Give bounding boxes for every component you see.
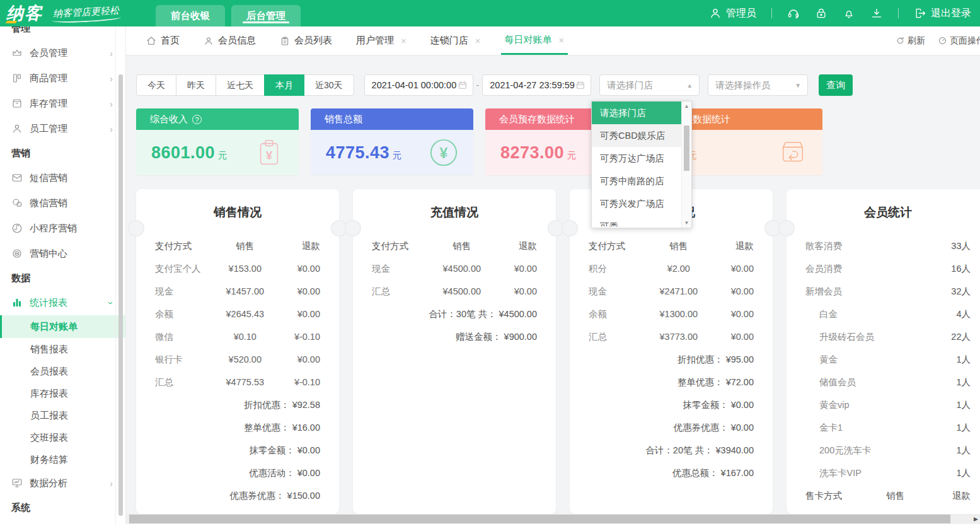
lock-icon[interactable] <box>815 7 827 20</box>
tab-user-mgmt[interactable]: 用户管理× <box>352 26 410 55</box>
sidebar-item-marketing-center[interactable]: 营销中心 <box>0 241 125 266</box>
sidebar-item-stock-report[interactable]: 库存报表 <box>0 382 125 404</box>
summary-row: 抹零金额： ¥0.00 <box>570 393 773 416</box>
card-value: 8273.00元 <box>500 143 577 163</box>
dropdown-scrollbar-thumb[interactable] <box>684 125 689 171</box>
dropdown-option-store2[interactable]: 可秀万达广场店 <box>592 147 681 170</box>
sidebar-scrollbar-track[interactable] <box>115 26 125 524</box>
card-sales-total: 销售总额 4775.43元 ¥ <box>311 108 473 175</box>
date-to-value: 2021-04-27 23:59:59 <box>490 80 575 90</box>
topbar: 纳客 纳客管店更轻松 前台收银 后台管理 管理员 退出登录 <box>0 0 980 26</box>
dropdown-option-store1[interactable]: 可秀CBD娱乐店 <box>592 124 681 147</box>
tab-member-list[interactable]: 会员列表 <box>276 26 336 55</box>
table-row: 汇总¥3773.00¥0.00 <box>570 325 773 348</box>
tab-daily-statement[interactable]: 每日对账单× <box>501 26 568 55</box>
summary-row: 整单优惠： ¥72.00 <box>570 371 773 393</box>
tab-label: 会员信息 <box>218 35 256 47</box>
summary-row: 折扣优惠： ¥95.00 <box>570 348 773 371</box>
sidebar-item-staff-report[interactable]: 员工报表 <box>0 404 125 426</box>
download-icon[interactable] <box>870 7 883 20</box>
summary-row: 优惠券优惠： ¥0.00 <box>570 416 773 439</box>
sidebar-section-marketing: 营销 <box>0 141 125 165</box>
card-title: 综合收入 <box>150 114 188 125</box>
close-icon[interactable]: × <box>401 35 406 46</box>
close-icon[interactable]: × <box>559 35 565 45</box>
clipboard-icon <box>280 36 290 46</box>
operator-select[interactable]: 请选择操作员 ▼ <box>708 74 808 96</box>
logout-icon <box>914 7 926 20</box>
sidebar-section-top: 管理 <box>0 26 125 40</box>
divider <box>771 8 772 18</box>
dropdown-scrollbar[interactable]: ▲ ▼ <box>681 102 691 228</box>
date-from-input[interactable]: 2021-04-01 00:00:00 <box>364 74 473 96</box>
sidebar-item-finance-settle[interactable]: 财务结算 <box>0 448 125 470</box>
bell-icon[interactable] <box>843 7 855 20</box>
date-range-separator: - <box>476 80 480 90</box>
current-user[interactable]: 管理员 <box>709 7 756 20</box>
stat-row: 升级砖石会员22人 <box>787 325 980 348</box>
summary-row: 优惠活动： ¥0.00 <box>136 462 339 484</box>
miniprogram-icon <box>11 223 23 234</box>
page-operations-button[interactable]: 页面操作 <box>938 35 980 47</box>
calendar-icon <box>575 80 585 90</box>
goods-icon <box>11 73 23 84</box>
sidebar-item-report-center[interactable]: 统计报表› <box>0 290 125 315</box>
filter-bar: 今天 昨天 近七天 本月 近30天 2021-04-01 00:00:00 - … <box>136 74 980 96</box>
sidebar-section-system: 系统 <box>0 496 125 520</box>
sidebar-item-miniprogram-marketing[interactable]: 小程序营销 <box>0 216 125 241</box>
store-select[interactable]: 请选择门店 ▲ <box>599 74 700 96</box>
sidebar-item-stock-mgmt[interactable]: 库存管理› <box>0 91 125 116</box>
scroll-down-icon[interactable]: ▼ <box>682 220 691 226</box>
date-to-input[interactable]: 2021-04-27 23:59:59 <box>482 74 591 96</box>
sidebar-item-goods-mgmt[interactable]: 商品管理› <box>0 66 125 91</box>
horizontal-scrollbar[interactable]: ▶ <box>126 514 980 524</box>
dropdown-option-store3[interactable]: 可秀中南路的店 <box>592 170 681 192</box>
sidebar-item-wechat-marketing[interactable]: 微信营销 <box>0 190 125 216</box>
range-last30-button[interactable]: 近30天 <box>304 74 354 96</box>
clipboard-yen-icon: ¥ <box>255 138 284 167</box>
scroll-right-icon[interactable]: ▶ <box>974 516 978 522</box>
panel-member-stats: 会员统计 散客消费33人 会员消费16人 新增会员32人 白金4人 升级砖石会员… <box>787 189 980 514</box>
tab-label: 会员列表 <box>294 35 332 47</box>
range-today-button[interactable]: 今天 <box>136 74 176 96</box>
stat-row: 储值会员1人 <box>787 371 980 393</box>
close-icon[interactable]: × <box>475 35 481 46</box>
sidebar-item-member-mgmt[interactable]: 会员管理› <box>0 40 125 66</box>
logout-button[interactable]: 退出登录 <box>914 7 971 20</box>
sidebar-item-sales-report[interactable]: 销售报表 <box>0 338 125 360</box>
sidebar-item-shift-report[interactable]: 交班报表 <box>0 426 125 448</box>
dropdown-option-store4[interactable]: 可秀兴发广场店 <box>592 192 681 215</box>
dropdown-option-store5-partial[interactable]: 可秀 <box>592 215 681 226</box>
dropdown-option-placeholder[interactable]: 请选择门店 <box>592 102 681 124</box>
range-yesterday-button[interactable]: 昨天 <box>176 74 216 96</box>
sidebar-item-sms-marketing[interactable]: 短信营销 <box>0 165 125 190</box>
tab-member-info[interactable]: 会员信息 <box>200 26 260 55</box>
summary-row: 优惠券优惠： ¥150.00 <box>136 484 339 507</box>
sidebar-scrollbar-thumb[interactable] <box>118 74 123 516</box>
target-icon <box>11 248 23 259</box>
tab-home[interactable]: 首页 <box>142 26 183 55</box>
chevron-right-icon: › <box>110 48 113 59</box>
summary-row: 抹零金额： ¥0.00 <box>136 439 339 462</box>
headset-icon[interactable] <box>787 7 800 20</box>
query-button[interactable]: 查询 <box>819 74 853 96</box>
scroll-up-icon[interactable]: ▲ <box>682 103 691 109</box>
help-icon[interactable]: ? <box>192 115 202 124</box>
sidebar-item-data-analysis[interactable]: 数据分析› <box>0 470 125 496</box>
sidebar-item-daily-statement[interactable]: 每日对账单 <box>0 315 125 338</box>
sidebar-item-label: 统计报表 <box>30 297 67 309</box>
tab-chain-store[interactable]: 连锁门店× <box>427 26 485 55</box>
svg-text:¥: ¥ <box>266 149 273 162</box>
range-last7-button[interactable]: 近七天 <box>216 74 265 96</box>
refresh-icon <box>896 36 905 45</box>
refresh-label: 刷新 <box>908 35 925 47</box>
sidebar-item-staff-mgmt[interactable]: 员工管理› <box>0 116 125 141</box>
card-value: 8601.00元 <box>151 143 228 163</box>
range-month-button[interactable]: 本月 <box>264 74 304 96</box>
nav-front-cashier[interactable]: 前台收银 <box>156 5 225 26</box>
mail-icon <box>11 172 23 183</box>
nav-back-admin[interactable]: 后台管理 <box>231 5 301 26</box>
sidebar-item-member-report[interactable]: 会员报表 <box>0 360 125 382</box>
refresh-button[interactable]: 刷新 <box>896 35 925 47</box>
horizontal-scrollbar-thumb[interactable] <box>129 515 950 523</box>
